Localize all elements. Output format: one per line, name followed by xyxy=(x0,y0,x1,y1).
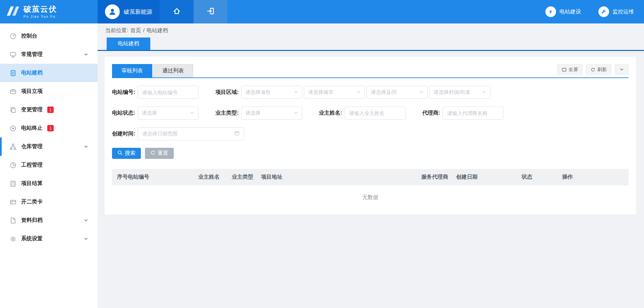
sidebar-item-label: 仓库管理 xyxy=(21,143,43,150)
briefcase-icon xyxy=(9,88,17,95)
owner-name-input[interactable] xyxy=(344,107,406,120)
station-no-label: 电站编号: xyxy=(112,89,135,96)
county-placeholder: 请选择县/区 xyxy=(371,89,397,96)
city-select[interactable]: 请选择城市 xyxy=(304,86,365,99)
city-placeholder: 请选择城市 xyxy=(308,89,333,96)
avatar xyxy=(105,4,120,19)
sidebar-item-label: 资料归档 xyxy=(21,217,43,224)
status-placeholder: 请选择 xyxy=(142,110,157,116)
col-station-no: 电站编号 xyxy=(128,174,198,181)
chevron-down-icon xyxy=(190,110,194,116)
top-header: 破茧云伏 Po Jian Yun Fu 破茧新能源 电站建设 监控运维 xyxy=(0,0,644,23)
table-header-row: 序号 电站编号 业主姓名 业主类型 项目地址 服务代理商 创建日期 状态 操作 xyxy=(112,169,629,185)
sidebar-item-station-archive[interactable]: 电站建档 xyxy=(0,64,98,82)
search-icon xyxy=(117,150,122,157)
sidebar-item-label: 常规管理 xyxy=(21,51,43,58)
sidebar-item-engineering-mgmt[interactable]: 工程管理 xyxy=(0,156,98,174)
sidebar-item-general-mgmt[interactable]: 常规管理 xyxy=(0,45,98,64)
date-range-picker[interactable]: 请选择日期范围 xyxy=(138,127,244,140)
logout-button[interactable] xyxy=(194,0,227,23)
county-select[interactable]: 请选择县/区 xyxy=(367,86,428,99)
col-owner-type: 业主类型 xyxy=(232,174,261,181)
nav-station-build-label: 电站建设 xyxy=(559,8,581,15)
breadcrumb-prefix: 当前位置: xyxy=(105,27,128,34)
nav-monitor-ops[interactable]: 监控运维 xyxy=(598,0,634,23)
chevron-down-icon xyxy=(84,52,88,57)
home-button[interactable] xyxy=(160,0,194,23)
col-owner-name: 业主姓名 xyxy=(198,174,232,181)
sidebar-item-data-archive[interactable]: 资料归档 xyxy=(0,211,98,230)
sidebar-item-class2-card[interactable]: 开二类卡 xyxy=(0,193,98,211)
company-name: 破茧新能源 xyxy=(124,8,152,16)
filter-row-2: 电站状态: 请选择 业主类型: 请选择 业主姓名: 代理商: xyxy=(112,107,629,120)
agent-input[interactable] xyxy=(442,107,503,120)
station-status-select[interactable]: 请选择 xyxy=(138,107,199,120)
col-created-date: 创建日期 xyxy=(456,174,522,181)
header-spacer xyxy=(227,0,545,23)
town-select[interactable]: 请选择村镇/街道 xyxy=(429,86,490,99)
province-select[interactable]: 请选择省份 xyxy=(241,86,302,99)
sidebar-item-system-settings[interactable]: 系统设置 xyxy=(0,230,98,248)
reset-button[interactable]: 重置 xyxy=(145,148,174,159)
change-mgmt-badge: 1 xyxy=(47,107,54,113)
sidebar-item-station-terminate[interactable]: 电站终止 1 xyxy=(0,119,98,137)
col-actions: 操作 xyxy=(562,174,629,181)
chevron-down-icon xyxy=(84,237,88,241)
stop-circle-icon xyxy=(9,125,17,132)
fullscreen-label: 全屏 xyxy=(569,67,578,73)
collapse-button[interactable] xyxy=(615,64,629,75)
empty-state: 无数据 xyxy=(112,185,629,211)
sidebar-item-label: 电站建档 xyxy=(21,69,43,76)
tab-review-list[interactable]: 审核列表 xyxy=(112,64,152,77)
search-button[interactable]: 搜索 xyxy=(112,148,141,159)
sidebar-item-label: 项目结算 xyxy=(21,180,43,187)
station-terminate-badge: 1 xyxy=(47,125,54,131)
logo[interactable]: 破茧云伏 Po Jian Yun Fu xyxy=(0,0,98,23)
created-time-label: 创建时间: xyxy=(112,130,135,137)
owner-type-placeholder: 请选择 xyxy=(246,110,261,116)
lightning-icon xyxy=(545,6,556,17)
reset-icon xyxy=(150,150,155,157)
filter-row-3: 创建时间: 请选择日期范围 xyxy=(112,127,629,140)
sidebar-item-warehouse-mgmt[interactable]: 仓库管理 xyxy=(0,137,98,156)
filter-actions: 搜索 重置 xyxy=(112,148,629,159)
breadcrumb-home-link[interactable]: 首页 xyxy=(130,27,141,34)
sidebar-item-dashboard[interactable]: 控制台 xyxy=(0,27,98,45)
panel-toolbar: 全屏 刷新 xyxy=(557,64,629,75)
logo-text: 破茧云伏 Po Jian Yun Fu xyxy=(23,5,57,18)
document-icon xyxy=(9,69,17,77)
sidebar-item-label: 系统设置 xyxy=(21,235,43,242)
fullscreen-button[interactable]: 全屏 xyxy=(557,64,583,75)
sidebar-item-label: 电站终止 xyxy=(21,125,43,132)
sidebar-item-project-settlement[interactable]: 项目结算 xyxy=(0,174,98,193)
owner-type-select[interactable]: 请选择 xyxy=(241,107,302,120)
refresh-icon xyxy=(591,67,595,72)
archive-icon xyxy=(9,217,17,224)
page-tab-bar: 电站建档 xyxy=(98,38,644,51)
chevron-down-icon xyxy=(294,89,298,96)
search-label: 搜索 xyxy=(125,150,136,157)
station-no-input[interactable] xyxy=(138,86,199,99)
nav-monitor-ops-label: 监控运维 xyxy=(612,8,634,15)
logo-title: 破茧云伏 xyxy=(23,5,57,13)
page-tab-station-archive[interactable]: 电站建档 xyxy=(107,38,150,50)
org-tree-icon xyxy=(9,143,17,150)
main-content: 当前位置: 首页 / 电站建档 电站建档 审核列表 通过列表 全屏 刷新 xyxy=(98,0,644,214)
breadcrumb-separator: / xyxy=(143,27,144,34)
chevron-down-icon xyxy=(294,110,298,116)
user-menu[interactable]: 破茧新能源 xyxy=(98,0,160,23)
tab-passed-list[interactable]: 通过列表 xyxy=(153,64,193,77)
chevron-down-icon xyxy=(419,89,423,96)
chevron-down-icon xyxy=(482,89,486,96)
sidebar-item-change-mgmt[interactable]: 变更管理 1 xyxy=(0,101,98,119)
pie-chart-icon xyxy=(9,162,17,169)
town-placeholder: 请选择村镇/街道 xyxy=(434,89,470,96)
gear-icon xyxy=(9,235,17,243)
wrench-icon xyxy=(598,6,609,17)
col-status: 状态 xyxy=(522,174,562,181)
sidebar-item-project-initiation[interactable]: 项目立项 xyxy=(0,82,98,101)
refresh-button[interactable]: 刷新 xyxy=(586,64,611,75)
sidebar-item-label: 工程管理 xyxy=(21,162,43,169)
nav-station-build[interactable]: 电站建设 xyxy=(545,0,581,23)
col-service-agent: 服务代理商 xyxy=(421,174,456,181)
